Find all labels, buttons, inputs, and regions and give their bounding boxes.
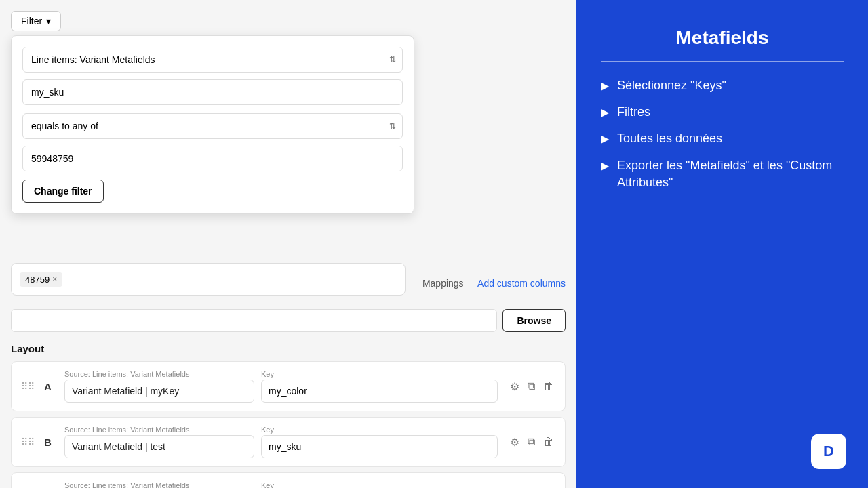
sidebar-divider xyxy=(601,61,844,62)
settings-icon[interactable]: ⚙ xyxy=(509,379,521,394)
source-label: Source: Line items: Variant Metafields xyxy=(64,481,254,488)
filter-chevron-icon: ▾ xyxy=(46,16,51,26)
key-label: Key xyxy=(261,481,498,488)
sidebar-item-filtres[interactable]: ▶ Filtres xyxy=(601,104,844,121)
browse-button[interactable]: Browse xyxy=(502,309,566,332)
key-input-a[interactable] xyxy=(261,380,498,403)
condition-select-wrapper: equals to any of equals contains does no… xyxy=(22,113,403,139)
tag-close-button[interactable]: × xyxy=(52,274,57,284)
key-label: Key xyxy=(261,370,498,378)
play-icon: ▶ xyxy=(601,79,609,94)
delete-icon[interactable]: 🗑 xyxy=(542,434,555,449)
sidebar-item-keys[interactable]: ▶ Sélectionnez "Keys" xyxy=(601,77,844,94)
copy-icon[interactable]: ⧉ xyxy=(526,434,536,449)
value-input[interactable] xyxy=(22,146,403,171)
sidebar-title: Metafields xyxy=(601,27,844,49)
table-row: ⠿⠿ A Source: Line items: Variant Metafie… xyxy=(11,361,566,411)
settings-icon[interactable]: ⚙ xyxy=(509,434,521,450)
key-col: Key xyxy=(261,370,498,403)
play-icon: ▶ xyxy=(601,159,609,174)
row-actions: ⚙ ⧉ 🗑 xyxy=(509,434,555,450)
drag-handle-icon[interactable]: ⠿⠿ xyxy=(21,436,35,447)
sidebar-list: ▶ Sélectionnez "Keys" ▶ Filtres ▶ Toutes… xyxy=(601,77,844,191)
filter-button[interactable]: Filter ▾ xyxy=(11,11,61,31)
row-letter: A xyxy=(44,381,58,392)
mappings-header: Mappings xyxy=(422,278,464,289)
filter-panel: Line items: Variant Metafields Order Met… xyxy=(11,35,414,214)
copy-icon[interactable]: ⧉ xyxy=(526,379,536,394)
table-row: ⠿⠿ B Source: Line items: Variant Metafie… xyxy=(11,417,566,467)
source-label: Source: Line items: Variant Metafields xyxy=(64,426,254,434)
source-col: Source: Line items: Variant Metafields V… xyxy=(64,370,254,403)
tag-item: 48759 × xyxy=(20,272,62,287)
tag-value: 48759 xyxy=(25,274,50,285)
filter-label: Filter xyxy=(21,16,42,26)
play-icon: ▶ xyxy=(601,105,609,120)
sidebar: Metafields ▶ Sélectionnez "Keys" ▶ Filtr… xyxy=(576,0,868,488)
play-icon: ▶ xyxy=(601,131,609,146)
source-label: Source: Line items: Variant Metafields xyxy=(64,370,254,378)
drag-handle-icon[interactable]: ⠿⠿ xyxy=(21,381,35,392)
sidebar-item-data[interactable]: ▶ Toutes les données xyxy=(601,130,844,147)
key-input-b[interactable] xyxy=(261,435,498,458)
sidebar-item-label: Filtres xyxy=(617,104,650,121)
add-custom-columns-link[interactable]: Add custom columns xyxy=(477,278,566,289)
row-actions: ⚙ ⧉ 🗑 xyxy=(509,379,555,394)
sidebar-item-label: Toutes les données xyxy=(617,130,722,147)
source-value: Variant Metafield | test xyxy=(64,435,254,458)
key-label: Key xyxy=(261,426,498,434)
sidebar-item-export[interactable]: ▶ Exporter les "Metafields" et les "Cust… xyxy=(601,157,844,191)
change-filter-button[interactable]: Change filter xyxy=(22,180,104,203)
source-col: Source: Line items: Variant Metafields V… xyxy=(64,426,254,458)
browse-row: Browse xyxy=(11,309,566,332)
source-value: Variant Metafield | myKey xyxy=(64,380,254,403)
key-col: Key xyxy=(261,481,498,488)
key-input[interactable] xyxy=(22,79,403,105)
sidebar-item-label: Sélectionnez "Keys" xyxy=(617,77,726,94)
condition-select[interactable]: equals to any of equals contains does no… xyxy=(22,113,403,139)
sidebar-logo: D xyxy=(811,434,846,469)
source-col: Source: Line items: Variant Metafields V… xyxy=(64,481,254,488)
source-select[interactable]: Line items: Variant Metafields Order Met… xyxy=(22,47,403,73)
table-row: ⠿⠿ C Source: Line items: Variant Metafie… xyxy=(11,472,566,488)
row-letter: B xyxy=(44,436,58,448)
source-select-wrapper: Line items: Variant Metafields Order Met… xyxy=(22,47,403,73)
browse-input[interactable] xyxy=(11,309,497,332)
delete-icon[interactable]: 🗑 xyxy=(542,379,555,394)
mapping-rows: ⠿⠿ A Source: Line items: Variant Metafie… xyxy=(11,361,566,488)
tag-area: 48759 × xyxy=(11,263,406,296)
key-col: Key xyxy=(261,426,498,458)
layout-label: Layout xyxy=(11,343,566,354)
sidebar-item-label: Exporter les "Metafields" et les "Custom… xyxy=(617,157,844,191)
